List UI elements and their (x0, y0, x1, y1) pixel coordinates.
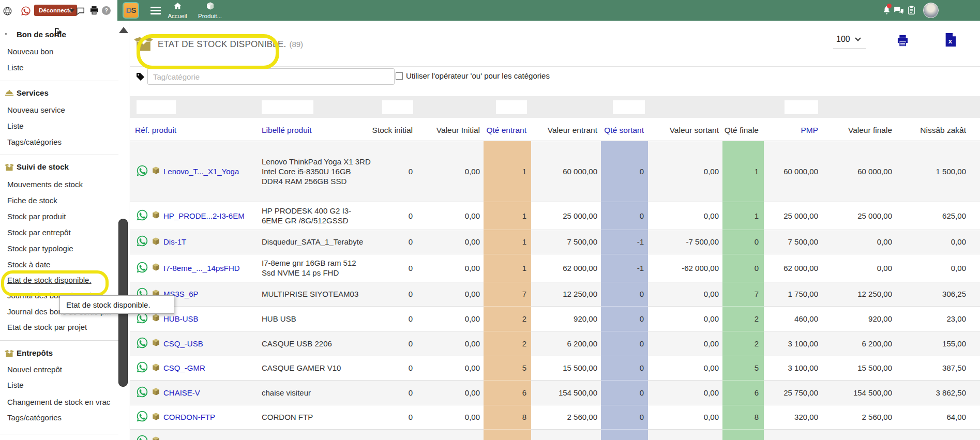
nav-item-accueil[interactable]: Accueil (161, 2, 193, 19)
column-header-libelle[interactable]: Libellé produit (262, 118, 371, 141)
valeur_initial-cell: 0,00 (418, 331, 484, 356)
product-ref-link[interactable]: I7-8eme_..._14psFHD (163, 264, 240, 272)
column-header-qte_sortant[interactable]: Qté sortant (601, 118, 648, 141)
column-filter-input-qte_entrant[interactable] (496, 100, 527, 114)
nissab-cell: 625,00 (898, 202, 980, 230)
sidebar-item-stock-par-entrep-t[interactable]: Stock par entrepôt (0, 227, 118, 238)
product-ref-wrap: CSQ_-USB (130, 337, 262, 351)
product-ref-link[interactable]: CHAISE-V (163, 388, 200, 397)
sidebar-item-suivi-de-stock[interactable]: Suivi de stock (0, 161, 118, 173)
filter-cell-ref (130, 96, 262, 118)
sidebar-item-nouvel-entrep-t[interactable]: Nouvel entrepôt (0, 364, 118, 375)
column-header-qte_entrant[interactable]: Qté entrant (484, 118, 531, 141)
product-ref-link[interactable]: CORDON-FTP (163, 413, 215, 421)
whatsapp-share-icon[interactable] (136, 434, 148, 440)
main-content: ETAT DE STOCK DISPONIBLE.(89) 100 x Util… (130, 21, 980, 440)
nissab-cell: 1 500,00 (898, 141, 980, 202)
valeur_finale-cell (823, 429, 898, 440)
valeur_initial-cell (418, 429, 484, 440)
sidebar-item-liste[interactable]: Liste (0, 380, 118, 391)
nissab-cell (898, 429, 980, 440)
help-icon[interactable]: ? (102, 6, 111, 15)
qte_sortant-cell: 0 (601, 356, 648, 380)
sidebar-item-nouveau-service[interactable]: Nouveau service (0, 104, 118, 116)
sidebar-item-tags-cat-gories[interactable]: Tags/catégories (0, 136, 118, 148)
nissab-cell: 306,25 (898, 282, 980, 306)
libelle-cell: HUB USB (262, 306, 371, 331)
whatsapp-share-icon[interactable] (136, 209, 148, 223)
whatsapp-icon[interactable] (21, 6, 31, 18)
qte_finale-cell: 0 (722, 230, 764, 254)
sidebar-item-mouvements-de-stock[interactable]: Mouvements de stock (0, 179, 118, 190)
column-filter-row (130, 96, 980, 118)
chat-bubble-icon[interactable] (76, 6, 85, 18)
page-size-select[interactable]: 100 (833, 35, 866, 49)
column-filter-input-libelle[interactable] (262, 100, 313, 114)
column-filter-input-ref[interactable] (137, 100, 176, 114)
sidebar-item-stock-par-produit[interactable]: Stock par produit (0, 211, 118, 222)
excel-export-button[interactable]: x (945, 33, 957, 49)
column-header-ref[interactable]: Réf. produit (130, 118, 262, 141)
sidebar-item-etat-de-stock-disponible[interactable]: Etat de stock disponible. (0, 275, 118, 286)
printer-icon[interactable] (89, 5, 99, 18)
valeur_initial-cell: 0,00 (418, 405, 484, 429)
sidebar-item-liste[interactable]: Liste (0, 62, 118, 73)
qte_finale-cell: 2 (722, 306, 764, 331)
product-box-icon (152, 412, 160, 422)
disconnect-caret-icon[interactable] (69, 9, 74, 12)
whatsapp-share-icon[interactable] (136, 235, 148, 249)
sidebar-item-liste[interactable]: Liste (0, 120, 118, 132)
sidebar-item-services[interactable]: Services (0, 87, 118, 99)
column-header-pmp[interactable]: PMP (764, 118, 823, 141)
sidebar-item-fiche-de-stock[interactable]: Fiche de stock (0, 195, 118, 206)
whatsapp-share-icon[interactable] (136, 337, 148, 351)
avatar[interactable] (923, 3, 939, 18)
whatsapp-share-icon[interactable] (136, 164, 148, 178)
ref-cell: CSQ_-USB (130, 331, 262, 356)
tag-filter-input[interactable] (147, 68, 395, 85)
nav-item-produit[interactable]: Produit... (194, 2, 226, 19)
stock_initial-cell: 0 (371, 356, 418, 380)
column-filter-input-pmp[interactable] (785, 100, 818, 114)
qte_sortant-cell: 0 (601, 306, 648, 331)
whatsapp-share-icon[interactable] (136, 261, 148, 275)
print-button[interactable] (896, 34, 910, 50)
pmp-cell: 3 100,00 (764, 356, 823, 380)
stock_initial-cell: 0 (371, 141, 418, 202)
menu-hamburger-icon[interactable] (150, 7, 161, 16)
nissab-cell: 64,00 (898, 405, 980, 429)
whatsapp-share-icon[interactable] (136, 410, 148, 424)
nissab-cell: 0,00 (898, 254, 980, 282)
or-operator-label: Utiliser l'opérateur 'ou' pour les catég… (406, 71, 550, 80)
valeur_entrant-cell: 6 200,00 (531, 331, 601, 356)
product-ref-link[interactable]: Dis-1T (163, 237, 186, 246)
column-filter-input-qte_sortant[interactable] (613, 100, 645, 114)
sidebar-item-changement-de-stock-en-vrac[interactable]: Changement de stock en vrac (0, 397, 118, 408)
valeur_sortant-cell: 0,00 (648, 282, 722, 306)
valeur_entrant-cell: 154 500,00 (531, 380, 601, 405)
product-ref-link[interactable]: Lenovo_T..._X1_Yoga (163, 167, 239, 176)
sidebar-item-etat-de-stock-par-projet[interactable]: Etat de stock par projet (0, 322, 118, 333)
pmp-cell: 3 100,00 (764, 331, 823, 356)
product-ref-link[interactable]: CSQ_-USB (163, 339, 203, 348)
product-ref-link[interactable]: CSQ_-GMR (163, 363, 205, 372)
sidebar-item-stock-par-typologie[interactable]: Stock par typologie (0, 243, 118, 254)
sidebar-item-entrep-ts[interactable]: Entrepôts (0, 347, 118, 359)
clipboard-icon[interactable] (907, 5, 916, 17)
sidebar-item-nouveau-bon[interactable]: Nouveau bon (0, 46, 118, 57)
whatsapp-share-icon[interactable] (136, 386, 148, 400)
messages-icon[interactable] (894, 6, 904, 18)
product-ref-link[interactable]: HP_PRODE...2-I3-6EM (163, 211, 245, 220)
product-ref-link[interactable]: HUB-USB (163, 314, 199, 323)
column-filter-input-stock_initial[interactable] (382, 100, 413, 114)
logout-icon[interactable] (53, 27, 64, 39)
app-logo[interactable]: DS (123, 2, 139, 19)
valeur_initial-cell: 0,00 (418, 141, 484, 202)
stock-box-icon (134, 36, 153, 54)
sidebar-item-tags-cat-gories[interactable]: Tags/catégories (0, 412, 118, 423)
sidebar-item-stock-date[interactable]: Stock à date (0, 259, 118, 270)
scroll-up-arrow[interactable] (119, 27, 128, 33)
whatsapp-share-icon[interactable] (136, 361, 148, 375)
globe-icon[interactable] (3, 6, 12, 18)
or-operator-checkbox[interactable] (396, 72, 403, 80)
